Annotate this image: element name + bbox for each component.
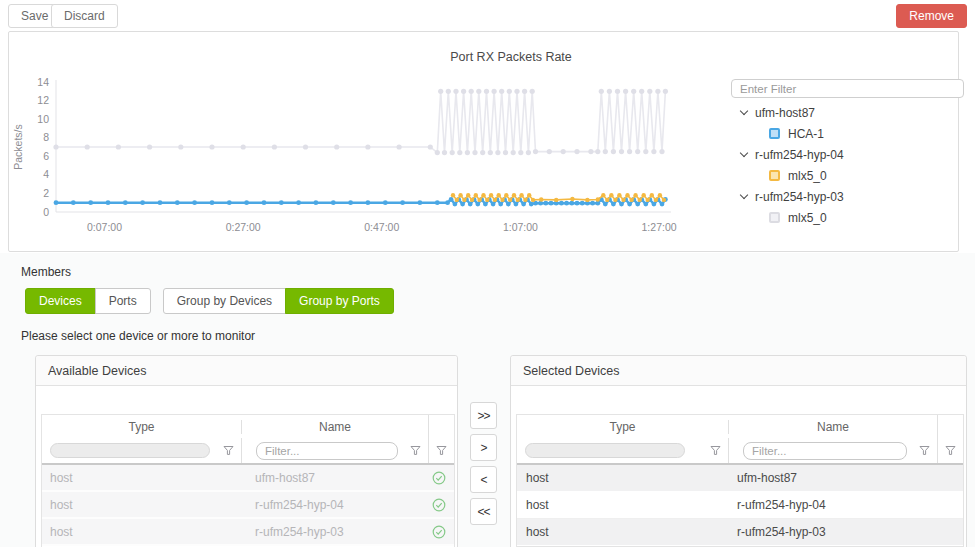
remove-button[interactable]: Remove — [896, 4, 967, 28]
name-filter-input[interactable] — [743, 442, 907, 460]
move-right-button[interactable]: > — [470, 434, 497, 461]
filter-funnel-icon[interactable] — [710, 445, 721, 456]
tree-leaf-mlx5_0[interactable]: mlx5_0 — [733, 207, 965, 228]
cell-type: host — [517, 525, 728, 539]
legend-swatch-icon — [769, 212, 780, 223]
members-toggle-devices[interactable]: Devices — [25, 288, 96, 314]
select-device-hint: Please select one device or more to moni… — [21, 329, 255, 343]
available-devices-title: Available Devices — [36, 356, 457, 386]
svg-text:0:47:00: 0:47:00 — [364, 221, 399, 233]
name-filter-input[interactable] — [256, 442, 398, 460]
check-circle-icon — [432, 498, 446, 512]
svg-text:1:27:00: 1:27:00 — [642, 221, 677, 233]
filter-funnel-icon[interactable] — [223, 445, 234, 456]
svg-text:4: 4 — [43, 168, 49, 180]
svg-text:1:07:00: 1:07:00 — [503, 221, 538, 233]
filter-funnel-icon[interactable] — [436, 445, 447, 456]
svg-text:0:07:00: 0:07:00 — [87, 221, 122, 233]
cell-name: r-ufm254-hyp-04 — [728, 498, 963, 512]
members-toggle-groups: DevicesPortsGroup by DevicesGroup by Por… — [25, 288, 394, 314]
device-row-ufm-host87[interactable]: host ufm-host87 — [517, 465, 963, 492]
move-left-button[interactable]: < — [470, 466, 497, 493]
tree-leaf-HCA-1[interactable]: HCA-1 — [733, 123, 965, 144]
svg-text:12: 12 — [37, 94, 49, 106]
chevron-down-icon[interactable] — [740, 190, 748, 198]
name-filter-cell — [728, 438, 937, 463]
selected-devices-title: Selected Devices — [511, 356, 966, 386]
chevron-down-icon[interactable] — [740, 106, 748, 114]
available-devices-table: Type Name host ufm-host87 host r-ufm254-… — [41, 414, 455, 547]
move-all-left-button[interactable]: << — [470, 498, 497, 525]
cell-type: host — [517, 471, 728, 485]
members-toggle-ports[interactable]: Ports — [95, 288, 151, 314]
table-header-row: Type Name — [42, 415, 454, 438]
svg-text:6: 6 — [43, 150, 49, 162]
tree-leaf-label: mlx5_0 — [788, 169, 827, 183]
type-filter-disabled-input — [525, 443, 685, 458]
column-header-type[interactable]: Type — [517, 420, 728, 434]
tree-group-r-ufm254-hyp-04[interactable]: r-ufm254-hyp-04 — [733, 144, 965, 165]
filter-funnel-icon[interactable] — [919, 445, 930, 456]
device-row-r-ufm254-hyp-04[interactable]: host r-ufm254-hyp-04 — [517, 492, 963, 519]
column-header-name[interactable]: Name — [241, 420, 428, 434]
column-header-name[interactable]: Name — [728, 420, 937, 434]
svg-text:10: 10 — [37, 113, 49, 125]
device-row-r-ufm254-hyp-04: host r-ufm254-hyp-04 — [42, 492, 454, 519]
cell-name: r-ufm254-hyp-03 — [241, 525, 454, 539]
name-filter-cell — [241, 438, 428, 463]
tree-leaf-label: HCA-1 — [788, 127, 824, 141]
legend-tree: ufm-host87 HCA-1 r-ufm254-hyp-04 mlx5_0 … — [733, 102, 965, 228]
tree-group-label: ufm-host87 — [755, 106, 815, 120]
table-header-row: Type Name — [517, 415, 963, 438]
cell-name: r-ufm254-hyp-04 — [241, 498, 454, 512]
trail-filter-cell — [937, 438, 963, 463]
check-circle-icon — [432, 525, 446, 539]
device-row-ufm-host87: host ufm-host87 — [42, 465, 454, 492]
tree-group-label: r-ufm254-hyp-03 — [755, 190, 844, 204]
cell-name-text: ufm-host87 — [737, 471, 797, 485]
device-row-r-ufm254-hyp-03[interactable]: host r-ufm254-hyp-03 — [517, 519, 963, 546]
table-filter-row — [42, 438, 454, 465]
discard-button[interactable]: Discard — [51, 4, 118, 28]
monitor-editor-page: Save Discard Remove Port RX Packets Rate… — [0, 0, 975, 547]
cell-name-text: r-ufm254-hyp-03 — [737, 525, 826, 539]
available-devices-panel: Available Devices Type Name host ufm-hos… — [35, 355, 458, 547]
chart-panel: Port RX Packets Rate 024681012140:07:000… — [8, 31, 959, 252]
cell-type: host — [517, 498, 728, 512]
legend-swatch-icon — [769, 128, 780, 139]
cell-name: ufm-host87 — [241, 471, 454, 485]
cell-name: ufm-host87 — [728, 471, 963, 485]
members-section: Members DevicesPortsGroup by DevicesGrou… — [0, 253, 975, 547]
column-header-type[interactable]: Type — [42, 420, 241, 434]
chevron-down-icon[interactable] — [740, 148, 748, 156]
legend-filter-input[interactable] — [731, 79, 964, 98]
svg-text:8: 8 — [43, 131, 49, 143]
move-all-right-button[interactable]: >> — [470, 402, 497, 429]
filter-funnel-icon[interactable] — [945, 445, 956, 456]
column-header-trail — [428, 415, 454, 438]
legend-swatch-icon — [769, 170, 780, 181]
trail-filter-cell — [428, 438, 454, 463]
cell-type: host — [42, 471, 241, 485]
members-label: Members — [21, 265, 71, 279]
svg-text:0: 0 — [43, 206, 49, 218]
tree-group-label: r-ufm254-hyp-04 — [755, 148, 844, 162]
members-toggle-group-by-ports[interactable]: Group by Ports — [285, 288, 394, 314]
tree-group-ufm-host87[interactable]: ufm-host87 — [733, 102, 965, 123]
cell-name-text: r-ufm254-hyp-03 — [255, 525, 344, 539]
chart-title: Port RX Packets Rate — [64, 50, 958, 64]
type-filter-disabled-input — [50, 443, 210, 458]
cell-name: r-ufm254-hyp-03 — [728, 525, 963, 539]
members-button-group: DevicesPorts — [25, 288, 151, 314]
filter-funnel-icon[interactable] — [410, 445, 421, 456]
tree-group-r-ufm254-hyp-03[interactable]: r-ufm254-hyp-03 — [733, 186, 965, 207]
cell-name-text: r-ufm254-hyp-04 — [737, 498, 826, 512]
column-header-trail — [937, 415, 963, 438]
cell-name-text: ufm-host87 — [255, 471, 315, 485]
device-row-r-ufm254-hyp-03: host r-ufm254-hyp-03 — [42, 519, 454, 546]
selected-devices-table: Type Name host ufm-host87 host r-ufm254-… — [516, 414, 964, 547]
type-filter-cell — [42, 438, 241, 463]
tree-leaf-mlx5_0[interactable]: mlx5_0 — [733, 165, 965, 186]
members-toggle-group-by-devices[interactable]: Group by Devices — [163, 288, 286, 314]
cell-name-text: r-ufm254-hyp-04 — [255, 498, 344, 512]
